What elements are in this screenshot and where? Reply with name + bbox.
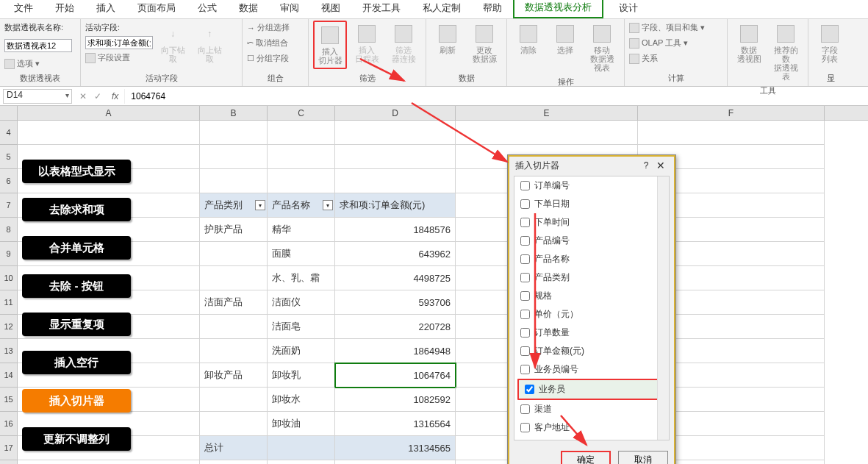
cell[interactable] <box>200 169 268 193</box>
cell[interactable] <box>638 121 825 145</box>
cell[interactable] <box>268 460 335 464</box>
row-header[interactable]: 17 <box>0 436 18 460</box>
cell[interactable]: 1082592 <box>335 388 456 412</box>
row-header[interactable]: 9 <box>0 242 18 266</box>
tab-data[interactable]: 数据 <box>228 0 269 18</box>
checkbox[interactable] <box>520 181 530 190</box>
cell[interactable] <box>200 412 268 436</box>
tab-review[interactable]: 审阅 <box>269 0 310 18</box>
cell[interactable]: 洁面皂 <box>268 315 335 339</box>
row-header[interactable]: 5 <box>0 145 18 169</box>
drill-down[interactable]: ↓向下钻取 <box>156 21 190 66</box>
col-header-a[interactable]: A <box>18 106 200 120</box>
move-pivot[interactable]: 移动 数据透视表 <box>585 21 619 75</box>
cell[interactable]: 1316564 <box>335 412 456 436</box>
recommend-pivot[interactable]: 推荐的数 据透视表 <box>769 21 803 84</box>
fx-icon[interactable]: fx <box>106 91 124 101</box>
tab-file[interactable]: 文件 <box>3 0 44 18</box>
checkbox[interactable] <box>520 365 530 374</box>
row-header[interactable]: 10 <box>0 266 18 290</box>
drill-up[interactable]: ↑向上钻取 <box>193 21 226 66</box>
row-header[interactable]: 18 <box>0 460 18 464</box>
slicer-field-row[interactable]: 客户地址 <box>514 418 669 437</box>
checkbox[interactable] <box>520 423 530 432</box>
cell[interactable]: 产品类别▾ <box>200 193 268 218</box>
cell[interactable]: 护肤产品 <box>200 218 268 242</box>
slicer-field-row[interactable]: 产品名称 <box>514 250 669 268</box>
change-source[interactable]: 更改 数据源 <box>467 21 501 66</box>
checkbox[interactable] <box>520 404 530 414</box>
row-header[interactable]: 14 <box>0 363 18 388</box>
cell[interactable] <box>335 169 456 193</box>
cell[interactable]: 卸妆水 <box>268 388 335 412</box>
btn-merge[interactable]: 合并单元格 <box>22 236 131 260</box>
cancel-icon[interactable]: ✕ <box>79 91 87 101</box>
cell[interactable]: 643962 <box>335 242 456 266</box>
cell[interactable] <box>200 121 268 145</box>
tab-design[interactable]: 设计 <box>608 0 649 18</box>
cell[interactable] <box>200 242 268 266</box>
cell[interactable]: 1848576 <box>335 218 456 242</box>
cell[interactable] <box>268 436 335 460</box>
row-header[interactable]: 15 <box>0 388 18 412</box>
slicer-field-row[interactable]: 下单日期 <box>514 195 669 213</box>
pivot-options[interactable]: 选项 ▾ <box>4 57 40 71</box>
col-header-b[interactable]: B <box>200 106 268 120</box>
tab-pivot-analyze[interactable]: 数据透视表分析 <box>513 0 603 18</box>
refresh[interactable]: 刷新 <box>431 21 465 57</box>
checkbox[interactable] <box>520 218 530 227</box>
btn-table-style[interactable]: 以表格型式显示 <box>22 160 131 183</box>
row-header[interactable]: 12 <box>0 315 18 339</box>
help-icon[interactable]: ? <box>639 160 653 171</box>
slicer-field-row[interactable]: 渠道 <box>514 400 669 418</box>
slicer-field-row[interactable]: 订单金额(元) <box>514 342 669 360</box>
tab-help[interactable]: 帮助 <box>472 0 513 18</box>
calc-fields[interactable]: 字段、项目和集 ▾ <box>629 21 705 35</box>
btn-repeat[interactable]: 显示重复项 <box>22 313 131 336</box>
row-header[interactable]: 8 <box>0 218 18 242</box>
tab-layout[interactable]: 页面布局 <box>126 0 187 18</box>
checkbox[interactable] <box>520 199 530 209</box>
cell[interactable] <box>18 460 200 464</box>
tab-dev[interactable]: 开发工具 <box>351 0 412 18</box>
btn-insert-slicer[interactable]: 插入切片器 <box>22 389 131 413</box>
cell[interactable]: 洁面仪 <box>268 290 335 315</box>
slicer-field-row[interactable]: 订单编号 <box>514 176 669 195</box>
cell[interactable] <box>200 339 268 363</box>
row-header[interactable]: 7 <box>0 193 18 218</box>
slicer-field-row[interactable]: 订单数量 <box>514 324 669 342</box>
cell[interactable]: 13134565 <box>335 436 456 460</box>
cell[interactable] <box>456 121 638 145</box>
checkbox[interactable] <box>520 291 530 301</box>
cancel-button[interactable]: 取消 <box>618 451 668 464</box>
cell[interactable]: 220728 <box>335 315 456 339</box>
btn-remove-minus[interactable]: 去除 - 按钮 <box>22 274 131 298</box>
tab-custom[interactable]: 私人定制 <box>412 0 472 18</box>
olap-tools[interactable]: OLAP 工具 ▾ <box>629 36 688 50</box>
filter-icon[interactable]: ▾ <box>323 200 333 210</box>
row-header[interactable]: 16 <box>0 412 18 436</box>
group-selection[interactable]: → 分组选择 <box>247 21 290 35</box>
select-all-corner[interactable] <box>0 106 18 120</box>
checkbox[interactable] <box>520 328 530 338</box>
ungroup[interactable]: ⤺ 取消组合 <box>247 36 288 50</box>
cell[interactable] <box>200 266 268 290</box>
filter-conn[interactable]: 筛选 器连接 <box>387 21 420 66</box>
tab-formula[interactable]: 公式 <box>187 0 228 18</box>
pivot-name-input[interactable] <box>4 39 72 52</box>
close-icon[interactable]: ✕ <box>653 160 668 171</box>
slicer-field-row[interactable]: 规格 <box>514 287 669 305</box>
cell[interactable] <box>200 315 268 339</box>
cell[interactable]: 求和项:订单金额(元) <box>335 193 456 218</box>
col-header-c[interactable]: C <box>268 106 335 120</box>
slicer-field-row[interactable]: 下单时间 <box>514 213 669 232</box>
tab-insert[interactable]: 插入 <box>85 0 126 18</box>
slicer-field-row[interactable]: 业务员 <box>517 379 666 400</box>
checkbox[interactable] <box>520 273 530 282</box>
cell[interactable]: 593706 <box>335 290 456 315</box>
slicer-field-row[interactable]: 单价（元） <box>514 305 669 324</box>
cell[interactable] <box>335 460 456 464</box>
checkbox[interactable] <box>520 236 530 246</box>
btn-no-resize[interactable]: 更新不调整列 <box>22 427 131 451</box>
select[interactable]: 选择 <box>548 21 582 57</box>
